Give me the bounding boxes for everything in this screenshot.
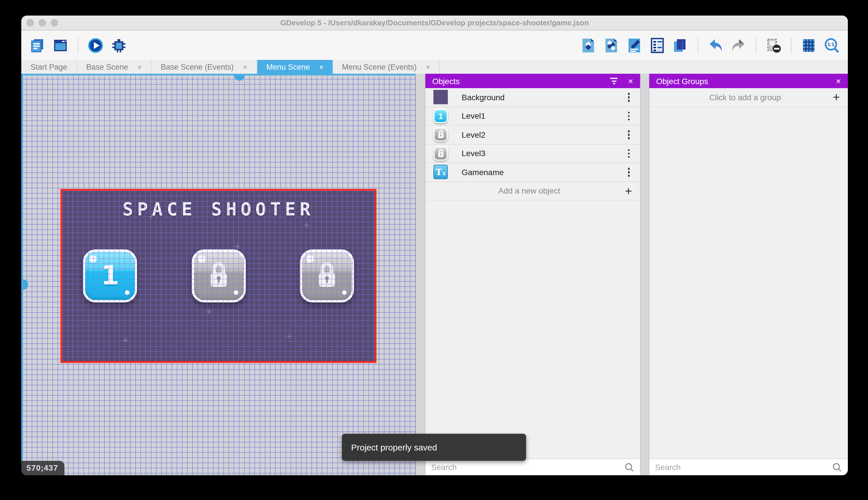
- panel-resizer[interactable]: [415, 74, 425, 475]
- toolbar-divider: [78, 38, 78, 53]
- level3-locked-thumbnail: [433, 146, 448, 161]
- object-menu-icon[interactable]: [624, 90, 633, 104]
- object-row-level3[interactable]: Level3: [425, 144, 640, 163]
- object-groups-panel-header: Object Groups ×: [649, 74, 848, 88]
- text-object-thumbnail: Tx: [433, 165, 448, 180]
- toast-message: Project properly saved: [351, 442, 437, 452]
- start-page-window-icon[interactable]: [52, 37, 69, 53]
- object-menu-icon[interactable]: [624, 165, 633, 179]
- close-tab-icon[interactable]: ×: [137, 63, 142, 70]
- window-border-handle-top[interactable]: [234, 76, 245, 81]
- objects-panel: Objects × Background 1 Level1: [425, 74, 640, 475]
- open-layers-panel-icon[interactable]: [672, 37, 689, 53]
- scene-editor-canvas[interactable]: SPACE SHOOTER 1: [21, 74, 415, 475]
- level-2-locked-button-instance[interactable]: [191, 249, 246, 303]
- toolbar: 1:1: [21, 31, 848, 60]
- level-3-locked-button-instance[interactable]: [300, 249, 354, 303]
- cursor-coordinates: 570;437: [21, 461, 64, 475]
- lock-icon: [437, 149, 444, 158]
- game-title-text[interactable]: SPACE SHOOTER: [62, 199, 375, 219]
- zoom-one-to-one-icon[interactable]: 1:1: [824, 37, 840, 53]
- object-row-level1[interactable]: 1 Level1: [425, 107, 640, 126]
- panel-resizer[interactable]: [640, 74, 649, 475]
- level-1-button-instance[interactable]: 1: [83, 249, 137, 303]
- objects-panel-empty-area: [425, 201, 640, 458]
- svg-text:1:1: 1:1: [828, 42, 834, 47]
- window-border-handle-left[interactable]: [23, 280, 28, 290]
- object-menu-icon[interactable]: [624, 147, 633, 160]
- search-icon: [624, 462, 634, 472]
- tab-base-scene-events[interactable]: Base Scene (Events) ×: [151, 60, 257, 74]
- editor-tabs: Start Page Base Scene × Base Scene (Even…: [21, 60, 848, 74]
- window-title: GDevelop 5 - /Users/dkarakay/Documents/G…: [21, 19, 848, 27]
- undo-icon[interactable]: [707, 37, 724, 53]
- game-window-left-border: [21, 74, 23, 475]
- object-menu-icon[interactable]: [624, 109, 633, 123]
- project-manager-icon[interactable]: [30, 37, 46, 53]
- object-groups-panel: Object Groups × Click to add a group +: [649, 74, 848, 475]
- background-instance-selected[interactable]: SPACE SHOOTER 1: [60, 189, 376, 363]
- open-objects-panel-icon[interactable]: [580, 37, 596, 53]
- titlebar: GDevelop 5 - /Users/dkarakay/Documents/G…: [21, 15, 848, 31]
- object-row-level2[interactable]: Level2: [425, 126, 640, 144]
- screen: GDevelop 5 - /Users/dkarakay/Documents/G…: [0, 0, 868, 500]
- groups-search-bar: [649, 458, 848, 475]
- open-properties-panel-icon[interactable]: [626, 37, 642, 53]
- close-panel-icon[interactable]: ×: [836, 77, 841, 85]
- filter-icon[interactable]: [610, 78, 618, 84]
- toolbar-divider: [756, 38, 756, 53]
- object-row-gamename[interactable]: Tx Gamename: [425, 163, 640, 182]
- background-thumbnail: [433, 90, 448, 104]
- open-instances-list-icon[interactable]: [649, 37, 665, 53]
- level2-locked-thumbnail: [433, 128, 448, 142]
- objects-search-input[interactable]: [431, 463, 624, 472]
- objects-search-bar: [425, 458, 640, 475]
- tab-menu-scene-events[interactable]: Menu Scene (Events) ×: [333, 60, 440, 74]
- groups-panel-empty-area: [649, 107, 848, 458]
- add-icon: +: [625, 185, 632, 197]
- lock-icon: [207, 262, 230, 290]
- add-icon: +: [833, 91, 840, 103]
- object-menu-icon[interactable]: [624, 128, 633, 141]
- tab-start-page[interactable]: Start Page: [21, 60, 77, 74]
- tab-menu-scene[interactable]: Menu Scene ×: [257, 60, 333, 74]
- play-preview-icon[interactable]: [87, 37, 104, 53]
- main-area: SPACE SHOOTER 1: [21, 74, 848, 475]
- objects-panel-header: Objects ×: [425, 74, 640, 88]
- object-row-background[interactable]: Background: [425, 88, 640, 107]
- search-icon: [832, 462, 842, 472]
- debugger-icon[interactable]: [110, 37, 127, 53]
- delete-selection-icon[interactable]: [765, 37, 782, 53]
- add-group-button[interactable]: Click to add a group +: [649, 88, 848, 107]
- game-window-top-border: [21, 74, 415, 76]
- toggle-grid-icon[interactable]: [801, 37, 817, 53]
- toolbar-divider: [791, 38, 791, 53]
- open-object-groups-panel-icon[interactable]: [603, 37, 619, 53]
- save-toast: Project properly saved: [342, 434, 526, 461]
- tab-base-scene[interactable]: Base Scene ×: [77, 60, 152, 74]
- gdevelop-window: GDevelop 5 - /Users/dkarakay/Documents/G…: [21, 15, 848, 475]
- close-tab-icon[interactable]: ×: [319, 63, 324, 70]
- close-panel-icon[interactable]: ×: [628, 77, 633, 85]
- level-buttons-row: 1: [62, 249, 375, 303]
- objects-panel-title: Objects: [432, 76, 600, 86]
- toolbar-divider: [697, 38, 698, 53]
- object-groups-panel-title: Object Groups: [656, 76, 825, 86]
- level1-thumbnail: 1: [433, 109, 448, 123]
- lock-icon: [437, 130, 444, 139]
- groups-search-input[interactable]: [655, 463, 832, 472]
- close-tab-icon[interactable]: ×: [243, 63, 247, 70]
- close-tab-icon[interactable]: ×: [426, 63, 430, 70]
- add-new-object-button[interactable]: Add a new object +: [425, 182, 640, 201]
- lock-icon: [315, 262, 338, 290]
- redo-icon[interactable]: [730, 37, 747, 53]
